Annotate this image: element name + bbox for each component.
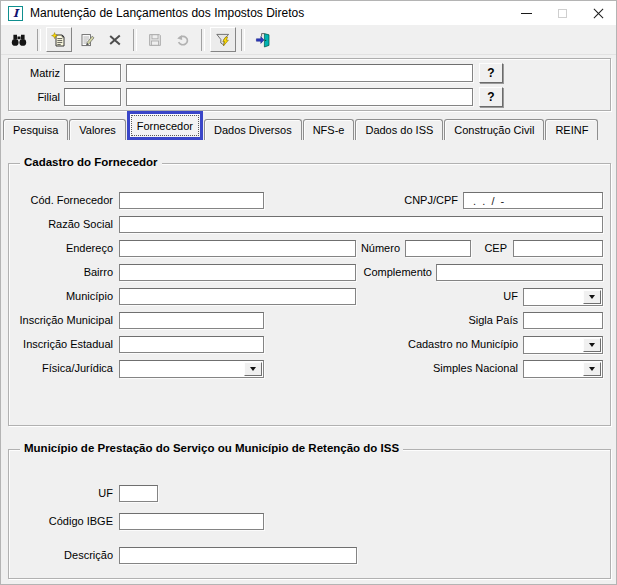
filial-name-input[interactable] <box>126 88 473 106</box>
cadastro-municipio-dropdown-button[interactable] <box>583 338 601 352</box>
complemento-input[interactable] <box>436 264 603 281</box>
supplier-groupbox: Cadastro do Fornecedor Cód. Fornecedor C… <box>8 163 611 426</box>
descricao-input[interactable] <box>119 547 357 564</box>
company-panel: Matriz ? Filial ? <box>8 58 611 111</box>
uf-label: UF <box>348 288 518 305</box>
inscricao-municipal-label: Inscrição Municipal <box>9 312 113 329</box>
tab-bar: Pesquisa Valores Fornecedor Dados Divers… <box>3 117 599 140</box>
fisica-juridica-label: Física/Jurídica <box>9 360 113 377</box>
app-icon: I <box>8 6 23 21</box>
cnpj-cpf-label: CNPJ/CPF <box>358 192 458 209</box>
new-button[interactable] <box>46 27 72 52</box>
uf-dropdown-button[interactable] <box>583 290 601 304</box>
supplier-group-title: Cadastro do Fornecedor <box>20 156 162 168</box>
endereco-label: Endereço <box>9 240 113 257</box>
municipio-label: Município <box>9 288 113 305</box>
codigo-ibge-label: Código IBGE <box>9 513 113 530</box>
chevron-down-icon <box>589 367 595 371</box>
minimize-icon <box>521 13 532 14</box>
cadastro-municipio-select[interactable] <box>523 336 603 354</box>
inscricao-municipal-input[interactable] <box>119 312 264 329</box>
matriz-code-input[interactable] <box>64 64 121 82</box>
delete-button[interactable] <box>102 27 128 52</box>
save-floppy-icon <box>147 32 163 48</box>
undo-button <box>170 27 196 52</box>
bairro-label: Bairro <box>9 264 113 281</box>
edit-button[interactable] <box>74 27 100 52</box>
cadastro-municipio-label: Cadastro no Município <box>348 336 518 353</box>
chevron-down-icon <box>589 343 595 347</box>
toolbar-separator <box>241 29 245 51</box>
binoculars-icon <box>10 32 28 48</box>
fisica-juridica-dropdown-button[interactable] <box>244 362 262 376</box>
razao-social-label: Razão Social <box>9 216 113 233</box>
tab-valores[interactable]: Valores <box>69 119 125 140</box>
bairro-input[interactable] <box>119 264 356 281</box>
simples-nacional-dropdown-button[interactable] <box>583 362 601 376</box>
tab-dados-diversos[interactable]: Dados Diversos <box>204 119 302 140</box>
toolbar <box>1 25 616 55</box>
filter-execute-button[interactable] <box>210 27 236 52</box>
codigo-ibge-input[interactable] <box>119 513 264 530</box>
cod-fornecedor-input[interactable] <box>119 192 264 209</box>
toolbar-separator <box>37 29 41 51</box>
exit-door-icon <box>255 32 271 48</box>
iss-uf-label: UF <box>9 485 113 502</box>
edit-document-icon <box>79 32 95 48</box>
tab-fornecedor[interactable]: Fornecedor <box>127 111 203 140</box>
toolbar-separator <box>133 29 137 51</box>
chevron-down-icon <box>589 295 595 299</box>
maximize-icon <box>558 9 567 18</box>
filter-lightning-icon <box>215 32 231 48</box>
window-title: Manutenção de Lançamentos dos Impostos D… <box>30 6 304 20</box>
undo-arrow-icon <box>175 32 191 48</box>
title-bar: I Manutenção de Lançamentos dos Impostos… <box>1 1 616 25</box>
app-window: I Manutenção de Lançamentos dos Impostos… <box>0 0 617 585</box>
chevron-down-icon <box>250 367 256 371</box>
maximize-button <box>544 1 580 25</box>
save-button <box>142 27 168 52</box>
tab-pesquisa[interactable]: Pesquisa <box>3 119 68 140</box>
search-button[interactable] <box>6 27 32 52</box>
inscricao-estadual-label: Inscrição Estadual <box>9 336 113 353</box>
minimize-button[interactable] <box>508 1 544 25</box>
numero-label: Número <box>300 240 400 257</box>
close-button[interactable] <box>580 1 616 25</box>
simples-nacional-label: Simples Nacional <box>348 360 518 377</box>
iss-group-title: Município de Prestação do Serviço ou Mun… <box>20 442 403 454</box>
filial-label: Filial <box>9 88 60 106</box>
cod-fornecedor-label: Cód. Fornecedor <box>9 192 113 209</box>
complemento-label: Complemento <box>332 264 432 281</box>
tab-reinf[interactable]: REINF <box>545 119 598 140</box>
inscricao-estadual-input[interactable] <box>119 336 264 353</box>
matriz-lookup-button[interactable]: ? <box>479 63 503 83</box>
descricao-label: Descrição <box>9 547 113 564</box>
cep-label: CEP <box>457 240 507 257</box>
tab-dados-do-iss[interactable]: Dados do ISS <box>355 119 443 140</box>
uf-select[interactable] <box>523 288 603 306</box>
cep-input[interactable] <box>513 240 603 257</box>
filial-code-input[interactable] <box>64 88 121 106</box>
cnpj-cpf-input[interactable] <box>463 192 603 209</box>
razao-social-input[interactable] <box>119 216 603 233</box>
delete-x-icon <box>107 32 123 48</box>
exit-button[interactable] <box>250 27 276 52</box>
matriz-label: Matriz <box>9 64 60 82</box>
iss-uf-input[interactable] <box>119 485 158 502</box>
municipio-input[interactable] <box>119 288 356 305</box>
tab-construcao-civil[interactable]: Construção Civil <box>444 119 544 140</box>
close-icon <box>593 8 604 19</box>
iss-groupbox: Município de Prestação do Serviço ou Mun… <box>8 449 611 579</box>
sigla-pais-input[interactable] <box>523 312 603 329</box>
filial-lookup-button[interactable]: ? <box>479 87 503 107</box>
fisica-juridica-select[interactable] <box>119 360 264 378</box>
toolbar-separator <box>201 29 205 51</box>
sigla-pais-label: Sigla País <box>348 312 518 329</box>
tab-nfs-e[interactable]: NFS-e <box>303 119 355 140</box>
new-document-icon <box>51 32 67 48</box>
simples-nacional-select[interactable] <box>523 360 603 378</box>
matriz-name-input[interactable] <box>126 64 473 82</box>
window-controls <box>508 1 616 25</box>
